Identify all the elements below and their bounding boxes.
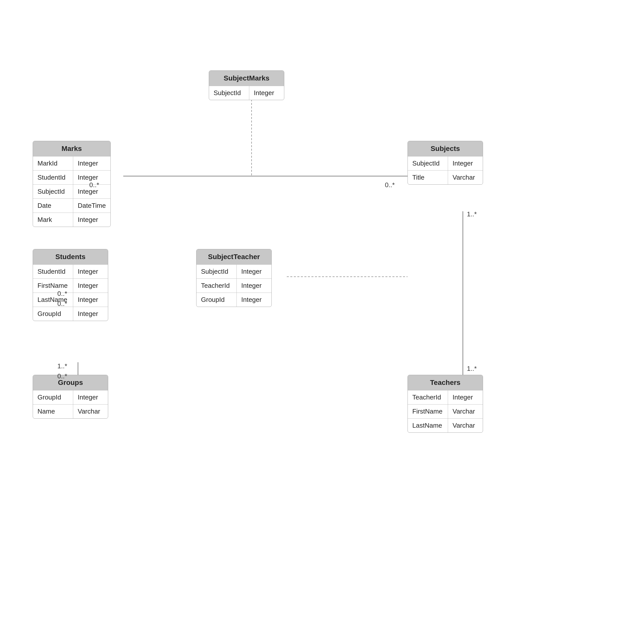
row-name: Name Varchar — [33, 404, 108, 418]
cardinality-students-top1: 0..* — [57, 290, 67, 298]
cardinality-subjects-left: 0..* — [385, 181, 395, 189]
table-subjects: Subjects SubjectId Integer Title Varchar — [408, 141, 483, 185]
header-groups: Groups — [33, 375, 108, 390]
table-groups: Groups GroupId Integer Name Varchar — [33, 375, 108, 419]
cardinality-marks-left: 0..* — [89, 181, 99, 189]
row-firstname: FirstName Varchar — [408, 404, 483, 418]
header-marks: Marks — [33, 141, 110, 156]
header-students: Students — [33, 249, 108, 264]
cardinality-groups-top2: 0..* — [57, 372, 67, 380]
header-subjects: Subjects — [408, 141, 483, 156]
row-studentid: StudentId Integer — [33, 264, 108, 278]
row-mark: Mark Integer — [33, 213, 110, 227]
cardinality-groups-top1: 1..* — [57, 362, 67, 370]
connections-svg — [0, 0, 644, 644]
table-subjectteacher: SubjectTeacher SubjectId Integer Teacher… — [196, 249, 272, 307]
row-lastname: LastName Varchar — [408, 418, 483, 432]
row-groupid: GroupId Integer — [33, 390, 108, 404]
row-firstname: FirstName Integer — [33, 278, 108, 293]
row-teacherid: TeacherId Integer — [196, 278, 271, 293]
cell-subjectid-name: SubjectId — [209, 86, 249, 100]
row-groupid: GroupId Integer — [196, 293, 271, 307]
header-subjectmarks: SubjectMarks — [209, 71, 284, 86]
row-lastname: LastName Integer — [33, 293, 108, 307]
row-date: Date DateTime — [33, 198, 110, 213]
header-teachers: Teachers — [408, 375, 483, 390]
row-teacherid: TeacherId Integer — [408, 390, 483, 404]
cardinality-teachers-top: 1..* — [467, 365, 477, 373]
table-subjectmarks: SubjectMarks SubjectId Integer — [209, 70, 284, 100]
cardinality-subjects-bottom: 1..* — [467, 210, 477, 218]
cell-subjectid-type: Integer — [249, 86, 279, 100]
row-subjectid: SubjectId Integer — [196, 264, 271, 278]
cardinality-students-top2: 0..* — [57, 300, 67, 308]
table-teachers: Teachers TeacherId Integer FirstName Var… — [408, 375, 483, 433]
row-groupid: GroupId Integer — [33, 307, 108, 321]
row-markid: MarkId Integer — [33, 156, 110, 170]
row-subjectid: SubjectId Integer — [408, 156, 483, 170]
header-subjectteacher: SubjectTeacher — [196, 249, 271, 264]
table-students: Students StudentId Integer FirstName Int… — [33, 249, 108, 321]
row-title: Title Varchar — [408, 170, 483, 184]
row-subjectid: SubjectId Integer — [209, 86, 284, 100]
diagram-container: SubjectMarks SubjectId Integer Marks Mar… — [0, 0, 644, 644]
